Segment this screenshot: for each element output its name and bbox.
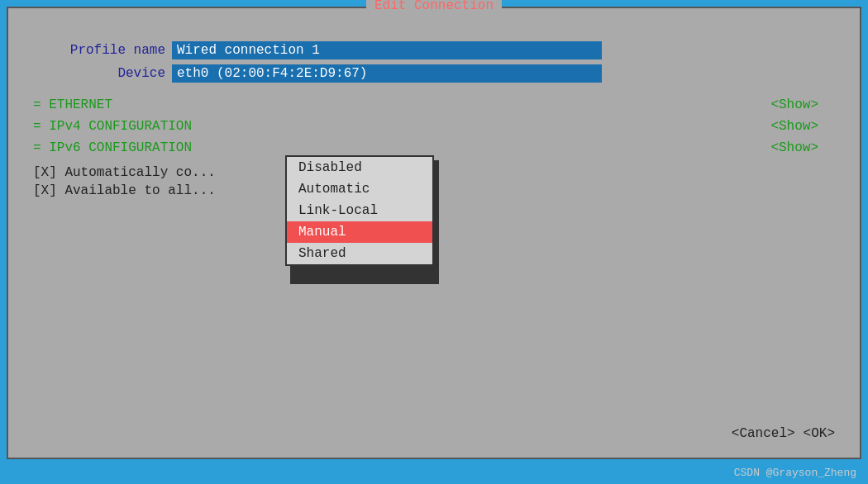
ethernet-show[interactable]: <Show>	[770, 97, 818, 112]
dropdown-item-manual[interactable]: Manual	[287, 221, 432, 243]
dropdown-item-automatic[interactable]: Automatic	[287, 178, 432, 200]
bottom-actions: <Cancel> <OK>	[732, 426, 835, 441]
ipv6-label[interactable]: = IPv6 CONFIGURATION	[33, 140, 192, 155]
profile-name-row: Profile name Wired connection 1	[33, 41, 835, 59]
device-value[interactable]: eth0 (02:00:F4:2E:D9:67)	[172, 64, 602, 83]
ipv6-show[interactable]: <Show>	[770, 140, 818, 155]
ok-button[interactable]: <OK>	[804, 426, 835, 441]
device-label: Device	[33, 66, 165, 81]
device-row: Device eth0 (02:00:F4:2E:D9:67)	[33, 64, 835, 83]
main-window: Edit Connection Profile name Wired conne…	[7, 7, 861, 459]
cancel-button[interactable]: <Cancel>	[732, 426, 795, 441]
ipv4-label[interactable]: = IPv4 CONFIGURATION	[33, 119, 192, 134]
dropdown-item-disabled[interactable]: Disabled	[287, 157, 432, 178]
ipv4-section: = IPv4 CONFIGURATION <Show>	[33, 119, 835, 134]
watermark: CSDN @Grayson_Zheng	[734, 467, 856, 479]
dropdown-item-link-local[interactable]: Link-Local	[287, 200, 432, 221]
window-title: Edit Connection	[366, 0, 502, 13]
ethernet-label[interactable]: = ETHERNET	[33, 97, 112, 112]
profile-name-label: Profile name	[33, 43, 165, 58]
ethernet-section: = ETHERNET <Show>	[33, 97, 835, 112]
ipv4-show[interactable]: <Show>	[770, 119, 818, 134]
available-all-label[interactable]: [X] Available to all...	[33, 183, 216, 198]
profile-name-value[interactable]: Wired connection 1	[172, 41, 602, 59]
ipv6-section: = IPv6 CONFIGURATION <Show>	[33, 140, 835, 155]
dropdown-item-shared[interactable]: Shared	[287, 243, 432, 264]
dropdown-box: Disabled Automatic Link-Local Manual Sha…	[285, 155, 434, 266]
auto-connect-label[interactable]: [X] Automatically co...	[33, 165, 216, 180]
dropdown-overlay: Disabled Automatic Link-Local Manual Sha…	[285, 155, 434, 266]
